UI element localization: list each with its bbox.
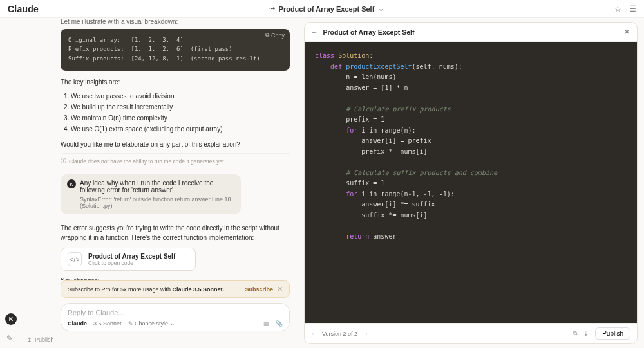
assistant-text: Let me illustrate with a visual breakdow… (61, 18, 290, 25)
info-note: ⓘ Claude does not have the ability to ru… (61, 153, 290, 165)
publish-link[interactable]: ↥ Publish (27, 336, 290, 343)
settings-icon[interactable]: ☰ (629, 5, 636, 14)
assistant-text: The error suggests you're trying to writ… (61, 223, 290, 243)
artifact-chip-title: Product of Array Except Self (88, 253, 175, 260)
code-icon: </> (68, 252, 82, 266)
close-icon[interactable]: ✕ (277, 285, 283, 293)
copy-button[interactable]: ⧉Copy (265, 32, 285, 39)
new-chat-icon[interactable]: ✎ (6, 334, 15, 343)
code-block: ⧉Copy Original array: [1, 2, 3, 4] Prefi… (61, 29, 290, 71)
download-icon[interactable]: ⇣ (583, 331, 589, 337)
model-name[interactable]: 3.5 Sonnet (93, 320, 122, 327)
publish-icon: ↥ (27, 336, 32, 343)
title-chevron-icon[interactable]: ⌄ (378, 5, 384, 13)
app-logo: Claude (8, 4, 39, 14)
user-text: Any idea why when I run the code I recei… (80, 179, 234, 194)
assistant-text: The key insights are: (61, 77, 290, 87)
code-viewer: class Solution: def productExceptSelf(se… (305, 42, 637, 323)
close-icon[interactable]: ✕ (623, 27, 630, 37)
info-icon: ⓘ (61, 158, 66, 165)
attach-icon[interactable]: 📎 (276, 320, 283, 327)
user-error-text: SyntaxError: 'return' outside function r… (80, 196, 234, 209)
artifact-title: Product of Array Except Self (323, 28, 415, 36)
code-content: Original array: [1, 2, 3, 4] Prefix prod… (68, 35, 282, 63)
subscribe-button[interactable]: Subscribe (245, 286, 273, 293)
insights-list: We use two passes to avoid division We b… (71, 91, 290, 134)
assistant-text: Would you like me to elaborate on any pa… (61, 140, 290, 149)
copy-icon: ⧉ (265, 32, 269, 39)
chat-input[interactable]: Reply to Claude... Claude 3.5 Sonnet ✎ C… (61, 303, 290, 331)
image-icon[interactable]: ▦ (263, 320, 269, 327)
subscribe-text: Subscribe to Pro for 5x more usage with … (68, 286, 224, 293)
input-placeholder: Reply to Claude... (68, 309, 283, 316)
copy-code-icon[interactable]: ⧉ (573, 330, 577, 337)
model-brand: Claude (68, 320, 87, 327)
user-message: K Any idea why when I run the code I rec… (61, 174, 241, 214)
document-title[interactable]: Product of Array Except Self (279, 5, 375, 13)
version-label: Version 2 of 2 (322, 331, 357, 337)
star-icon[interactable]: ☆ (614, 5, 621, 14)
user-avatar[interactable]: K (5, 313, 17, 325)
subscribe-banner: Subscribe to Pro for 5x more usage with … (61, 280, 290, 298)
next-version-icon[interactable]: → (363, 331, 368, 337)
user-avatar-small: K (67, 179, 76, 188)
artifact-panel: ← Product of Array Except Self ✕ class S… (304, 22, 638, 344)
share-indicator-icon: ⇢ (269, 5, 275, 13)
style-picker[interactable]: ✎ Choose style ⌄ (128, 320, 175, 327)
prev-version-icon[interactable]: ← (311, 331, 317, 337)
back-icon[interactable]: ← (311, 28, 318, 36)
artifact-chip[interactable]: </> Product of Array Except Self Click t… (61, 248, 196, 271)
assistant-text: Key changes: (61, 276, 290, 280)
artifact-chip-subtitle: Click to open code (88, 260, 175, 266)
publish-button[interactable]: Publish (595, 327, 630, 340)
